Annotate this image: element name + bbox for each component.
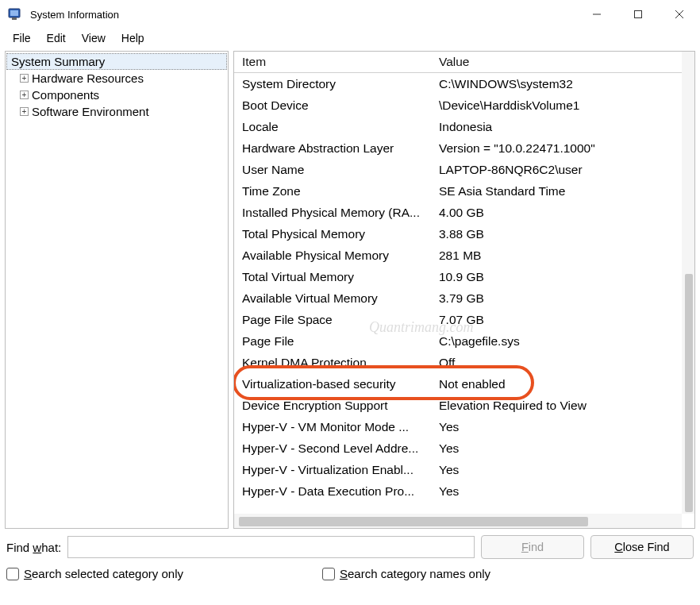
find-button[interactable]: Find	[481, 535, 584, 559]
cell-item: Hyper-V - Data Execution Pro...	[234, 480, 431, 502]
table-header: Item Value	[234, 52, 682, 73]
cell-item: Device Encryption Support	[234, 395, 431, 416]
table-row[interactable]: Page File Space7.07 GB	[234, 309, 682, 330]
table-row[interactable]: Time ZoneSE Asia Standard Time	[234, 180, 682, 202]
checkbox-icon[interactable]	[322, 568, 335, 580]
checkbox-label: Search category names only	[340, 567, 490, 580]
table-row[interactable]: Boot Device\Device\HarddiskVolume1	[234, 94, 682, 116]
close-button[interactable]	[659, 0, 700, 29]
cell-item: Hyper-V - VM Monitor Mode ...	[234, 416, 431, 437]
search-selected-category-checkbox[interactable]: Search selected category only	[6, 567, 183, 580]
cell-value: 3.79 GB	[431, 287, 682, 309]
expand-icon[interactable]: +	[20, 107, 29, 116]
checkbox-label: Search selected category only	[24, 567, 183, 580]
table-row[interactable]: Kernel DMA ProtectionOff	[234, 352, 682, 373]
menu-view[interactable]: View	[74, 30, 113, 46]
table-row[interactable]: LocaleIndonesia	[234, 116, 682, 137]
cell-value: \Device\HarddiskVolume1	[431, 94, 682, 116]
cell-item: User Name	[234, 159, 431, 180]
cell-value: LAPTOP-86NQR6C2\user	[431, 159, 682, 180]
app-icon	[8, 7, 22, 21]
cell-item: Hardware Abstraction Layer	[234, 137, 431, 159]
menu-help[interactable]: Help	[113, 30, 152, 46]
cell-value: 281 MB	[431, 245, 682, 266]
svg-rect-2	[12, 17, 17, 20]
cell-value: Yes	[431, 480, 682, 502]
table-row[interactable]: Installed Physical Memory (RA...4.00 GB	[234, 202, 682, 223]
table-row[interactable]: System DirectoryC:\WINDOWS\system32	[234, 73, 682, 94]
cell-item: Locale	[234, 116, 431, 137]
tree-pane[interactable]: System Summary + Hardware Resources + Co…	[5, 51, 229, 529]
search-category-names-checkbox[interactable]: Search category names only	[322, 567, 490, 580]
cell-value: Not enabled	[431, 373, 682, 395]
table-row[interactable]: Hyper-V - Virtualization Enabl...Yes	[234, 459, 682, 480]
table-body: System DirectoryC:\WINDOWS\system32Boot …	[234, 73, 682, 502]
cell-item: Total Physical Memory	[234, 223, 431, 245]
cell-item: Page File Space	[234, 309, 431, 330]
cell-item: Page File	[234, 330, 431, 352]
column-header-value[interactable]: Value	[431, 52, 682, 72]
find-label: Find what:	[6, 541, 61, 554]
cell-value: C:\pagefile.sys	[431, 330, 682, 352]
tree-root-system-summary[interactable]: System Summary	[6, 53, 227, 70]
cell-item: Hyper-V - Virtualization Enabl...	[234, 459, 431, 480]
expand-icon[interactable]: +	[20, 74, 29, 83]
titlebar: System Information	[0, 0, 700, 29]
cell-value: Yes	[431, 437, 682, 459]
cell-value: Elevation Required to View	[431, 395, 682, 416]
cell-value: Yes	[431, 459, 682, 480]
menu-file[interactable]: File	[5, 30, 39, 46]
cell-value: 4.00 GB	[431, 202, 682, 223]
table-row[interactable]: Hardware Abstraction LayerVersion = "10.…	[234, 137, 682, 159]
horizontal-scroll-thumb[interactable]	[239, 517, 588, 526]
window-title: System Information	[30, 9, 119, 21]
cell-value: Off	[431, 352, 682, 373]
menu-edit[interactable]: Edit	[39, 30, 74, 46]
table-row[interactable]: Page FileC:\pagefile.sys	[234, 330, 682, 352]
cell-item: Available Virtual Memory	[234, 287, 431, 309]
cell-value: 3.88 GB	[431, 223, 682, 245]
cell-item: Time Zone	[234, 180, 431, 202]
cell-value: Yes	[431, 416, 682, 437]
menubar: File Edit View Help	[0, 29, 700, 51]
cell-item: Virtualization-based security	[234, 373, 431, 395]
column-header-item[interactable]: Item	[234, 52, 431, 72]
cell-value: Indonesia	[431, 116, 682, 137]
cell-item: Hyper-V - Second Level Addre...	[234, 437, 431, 459]
find-panel: Find what: Find Close Find Search select…	[0, 529, 700, 584]
cell-value: 7.07 GB	[431, 309, 682, 330]
vertical-scroll-thumb[interactable]	[685, 274, 693, 512]
vertical-scrollbar[interactable]	[682, 52, 694, 514]
cell-value: C:\WINDOWS\system32	[431, 73, 682, 94]
svg-rect-1	[10, 10, 18, 16]
minimize-button[interactable]	[576, 0, 617, 29]
horizontal-scrollbar[interactable]	[234, 514, 682, 528]
tree-item-hardware-resources[interactable]: + Hardware Resources	[6, 70, 228, 87]
find-input[interactable]	[67, 536, 475, 558]
table-row[interactable]: Virtualization-based securityNot enabled	[234, 373, 682, 395]
table-row[interactable]: Available Physical Memory281 MB	[234, 245, 682, 266]
cell-item: Installed Physical Memory (RA...	[234, 202, 431, 223]
table-row[interactable]: Device Encryption SupportElevation Requi…	[234, 395, 682, 416]
cell-item: Boot Device	[234, 94, 431, 116]
checkbox-icon[interactable]	[6, 568, 19, 580]
table-row[interactable]: Total Physical Memory3.88 GB	[234, 223, 682, 245]
tree-item-software-environment[interactable]: + Software Environment	[6, 103, 228, 120]
close-find-button[interactable]: Close Find	[590, 535, 694, 559]
table-row[interactable]: User NameLAPTOP-86NQR6C2\user	[234, 159, 682, 180]
detail-pane: Item Value System DirectoryC:\WINDOWS\sy…	[233, 51, 695, 529]
window-controls	[576, 0, 700, 29]
cell-value: SE Asia Standard Time	[431, 180, 682, 202]
table-row[interactable]: Hyper-V - Data Execution Pro...Yes	[234, 480, 682, 502]
cell-item: Total Virtual Memory	[234, 266, 431, 287]
table-row[interactable]: Available Virtual Memory3.79 GB	[234, 287, 682, 309]
expand-icon[interactable]: +	[20, 91, 29, 99]
table-row[interactable]: Hyper-V - VM Monitor Mode ...Yes	[234, 416, 682, 437]
cell-item: Available Physical Memory	[234, 245, 431, 266]
tree-item-components[interactable]: + Components	[6, 87, 228, 103]
main-content: System Summary + Hardware Resources + Co…	[0, 51, 700, 529]
cell-item: Kernel DMA Protection	[234, 352, 431, 373]
table-row[interactable]: Total Virtual Memory10.9 GB	[234, 266, 682, 287]
maximize-button[interactable]	[617, 0, 659, 29]
table-row[interactable]: Hyper-V - Second Level Addre...Yes	[234, 437, 682, 459]
